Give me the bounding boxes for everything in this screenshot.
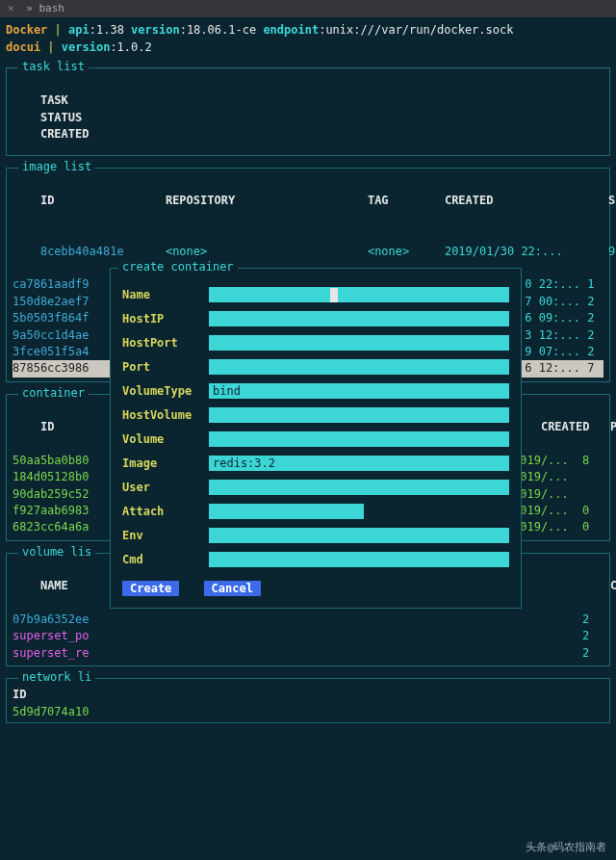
cursor bbox=[330, 288, 338, 302]
tab-title: » bash bbox=[26, 2, 64, 14]
input-volumetype[interactable] bbox=[209, 383, 509, 399]
table-row[interactable]: superset_re2 bbox=[13, 645, 603, 662]
input-name[interactable] bbox=[209, 287, 509, 302]
label-volumetype: VolumeType bbox=[122, 384, 209, 398]
col-task: TASK bbox=[40, 93, 68, 107]
panel-title-networks: network li bbox=[18, 670, 95, 684]
image-header-row: IDREPOSITORYTAGCREATEDS bbox=[13, 176, 603, 226]
label-user: User bbox=[122, 481, 209, 494]
label-env: Env bbox=[122, 529, 209, 542]
create-button[interactable]: Create bbox=[122, 581, 179, 596]
panel-title-tasks: task list bbox=[18, 60, 89, 73]
label-attach: Attach bbox=[122, 505, 209, 518]
input-port[interactable] bbox=[209, 359, 509, 375]
label-port: Port bbox=[122, 360, 209, 374]
input-env[interactable] bbox=[209, 528, 509, 543]
label-cmd: Cmd bbox=[122, 553, 209, 566]
close-glyph: × bbox=[8, 2, 14, 14]
input-volume[interactable] bbox=[209, 431, 509, 447]
network-header-row: ID bbox=[13, 687, 603, 703]
input-hostip[interactable] bbox=[209, 311, 509, 326]
col-status: STATUS bbox=[40, 111, 82, 124]
input-image[interactable] bbox=[209, 456, 509, 471]
label-volume: Volume bbox=[122, 432, 209, 446]
label-hostip: HostIP bbox=[122, 312, 209, 326]
table-row[interactable]: 07b9a6352ee2 bbox=[13, 612, 603, 628]
panel-title-images: image list bbox=[18, 160, 95, 173]
window-titlebar: × » bash bbox=[0, 0, 616, 17]
cancel-button[interactable]: Cancel bbox=[204, 581, 261, 596]
panel-task-list: task list TASK STATUS CREATED bbox=[6, 67, 610, 156]
input-hostport[interactable] bbox=[209, 335, 509, 351]
label-name: Name bbox=[122, 288, 209, 301]
app-header: Docker | api:1.38 version:18.06.1-ce end… bbox=[0, 17, 616, 60]
modal-create-container: create container Name HostIP HostPort Po… bbox=[110, 268, 522, 609]
table-row[interactable]: superset_po2 bbox=[13, 628, 603, 644]
modal-title: create container bbox=[118, 260, 238, 274]
input-user[interactable] bbox=[209, 480, 509, 495]
table-row[interactable]: 5d9d7074a10 bbox=[13, 704, 603, 720]
watermark: 头条@码农指南者 bbox=[526, 840, 606, 854]
label-image: Image bbox=[122, 456, 209, 470]
panel-title-containers: container bbox=[18, 386, 89, 400]
panel-title-volumes: volume lis bbox=[18, 545, 95, 559]
input-cmd[interactable] bbox=[209, 552, 509, 567]
input-hostvolume[interactable] bbox=[209, 407, 509, 423]
panel-network-list: network li ID 5d9d7074a10 bbox=[6, 678, 610, 723]
label-hostport: HostPort bbox=[122, 336, 209, 350]
input-attach[interactable] bbox=[209, 504, 364, 519]
label-hostvolume: HostVolume bbox=[122, 408, 209, 422]
col-created: CREATED bbox=[40, 127, 90, 141]
